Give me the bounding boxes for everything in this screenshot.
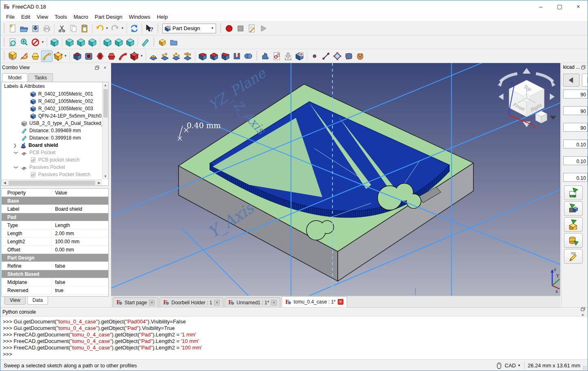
chamfer-button[interactable] xyxy=(208,50,220,62)
subtractive-primitive-button-dropdown[interactable]: ▼ xyxy=(140,54,143,58)
left-view-button[interactable] xyxy=(125,37,136,48)
undo-button-dropdown[interactable]: ▼ xyxy=(105,26,109,30)
open-button[interactable] xyxy=(18,23,30,34)
tree-item[interactable]: R_0402_1005Metric_002 xyxy=(2,98,108,105)
measure-distance-button[interactable] xyxy=(140,37,151,48)
datum-point-button[interactable] xyxy=(309,50,320,62)
boolean-button[interactable] xyxy=(243,50,254,62)
kicad-kfp-button[interactable] xyxy=(564,186,583,200)
menu-file[interactable]: File xyxy=(3,13,18,20)
bottom-view-button[interactable] xyxy=(113,37,125,48)
cut-button[interactable] xyxy=(56,23,68,34)
tree-vertical-scrollbar[interactable]: ▲▼ xyxy=(102,82,108,179)
menu-help[interactable]: Help xyxy=(153,13,171,20)
linear-pattern-button[interactable] xyxy=(159,50,170,62)
rear-view-button[interactable] xyxy=(102,37,113,48)
subtractive-primitive-button[interactable] xyxy=(129,50,140,62)
kicad-spinbox-1[interactable] xyxy=(563,89,588,98)
tree-expander-icon[interactable]: ❯ xyxy=(14,165,18,169)
property-value[interactable]: true xyxy=(52,286,108,294)
property-row[interactable]: Length2.00 mm xyxy=(2,229,108,238)
tab-data[interactable]: Data xyxy=(27,297,48,305)
create-body-button[interactable] xyxy=(260,50,271,62)
tree-item[interactable]: R_0402_1005Metric_001 xyxy=(2,90,108,98)
thickness-button[interactable] xyxy=(231,50,243,62)
property-value[interactable]: false xyxy=(52,262,108,270)
hole-button[interactable] xyxy=(83,50,94,62)
kicad-kic-button[interactable] xyxy=(564,201,583,216)
property-group[interactable]: Sketch Based xyxy=(2,270,108,278)
property-row[interactable]: Length2100.00 mm xyxy=(2,238,108,246)
draft-button[interactable] xyxy=(220,50,231,62)
datum-plane-button[interactable] xyxy=(332,50,343,62)
minimize-button[interactable]: – xyxy=(531,0,550,13)
property-value[interactable]: 100.00 mm xyxy=(52,238,108,245)
navcube-mini-cube[interactable] xyxy=(536,111,547,123)
tree-item[interactable]: USB_2_0_type_A_Dual_Stacked_jac xyxy=(2,120,108,127)
kicad-back-button[interactable] xyxy=(563,74,579,87)
whats-this-button[interactable]: ? xyxy=(144,23,155,34)
dock-float-icon[interactable] xyxy=(580,64,586,70)
menu-part-design[interactable]: Part Design xyxy=(92,13,126,20)
property-value[interactable]: false xyxy=(52,278,108,286)
macro-record-button[interactable] xyxy=(223,23,235,34)
tree-item[interactable]: PCB pocket sketch xyxy=(2,156,108,164)
shape-binder-button[interactable] xyxy=(343,50,354,62)
zoom-selection-button[interactable] xyxy=(18,37,30,48)
additive-primitive-button[interactable] xyxy=(52,50,64,62)
paste-button[interactable] xyxy=(79,23,90,34)
kicad-kbox-button[interactable] xyxy=(564,217,583,232)
tab-view[interactable]: View xyxy=(4,297,26,305)
pocket-button[interactable] xyxy=(72,50,83,62)
right-view-button[interactable] xyxy=(87,37,98,48)
multitransform-button[interactable] xyxy=(182,50,193,62)
revolution-button[interactable] xyxy=(18,50,30,62)
kicad-spinbox-5[interactable] xyxy=(563,156,588,165)
3d-scene[interactable]: YZ_Plane Z_Axis Y_Axis _Axis 0.40 mm xyxy=(111,63,560,296)
kicad-spinbox-3[interactable] xyxy=(563,123,588,132)
datum-line-button[interactable] xyxy=(320,50,332,62)
kicad-spinbox-6[interactable] xyxy=(563,173,588,182)
toolbar-grip[interactable] xyxy=(2,37,6,47)
create-part-button[interactable] xyxy=(157,37,168,48)
document-tab[interactable]: FStart page✕ xyxy=(113,297,158,307)
tree-expander-icon[interactable]: ❯ xyxy=(14,151,18,155)
macro-edit-button[interactable] xyxy=(246,23,258,34)
map-sketch-button[interactable] xyxy=(294,50,305,62)
axonometric-view-button[interactable] xyxy=(49,37,60,48)
additive-sweep-button[interactable] xyxy=(41,50,52,62)
tree-item[interactable]: ❯Board shield xyxy=(2,142,108,149)
property-row[interactable]: Offset0.00 mm xyxy=(2,246,108,254)
top-view-button[interactable] xyxy=(75,37,87,48)
property-row[interactable]: Midplanefalse xyxy=(2,278,108,286)
kicad-next-button[interactable] xyxy=(582,74,588,87)
property-row[interactable]: Reversedtrue xyxy=(2,286,108,295)
tree-expander-icon[interactable]: ❯ xyxy=(13,143,17,148)
copy-button[interactable] xyxy=(68,23,79,34)
document-tab[interactable]: Ftomu_0.4_case : 1*✕ xyxy=(282,296,347,307)
tree-item[interactable]: R_0402_1005Metric_003 xyxy=(2,105,108,112)
maximize-button[interactable]: ▢ xyxy=(550,0,569,13)
property-value[interactable]: Length xyxy=(52,221,108,229)
polar-pattern-button[interactable] xyxy=(170,50,182,62)
macro-play-button[interactable] xyxy=(258,23,269,34)
tree-item[interactable]: Passives Pocket Sketch xyxy=(2,171,108,178)
kicad-spinbox-2[interactable] xyxy=(563,106,588,115)
kicad-kpencil-button[interactable] xyxy=(564,249,583,264)
tab-close-icon[interactable]: ✕ xyxy=(214,300,220,306)
tree-item[interactable]: ❯PCB Pocket xyxy=(2,149,108,156)
navigation-style-dropdown[interactable]: CAD▼ xyxy=(505,362,520,369)
close-button[interactable]: × xyxy=(569,0,588,13)
groove-button[interactable] xyxy=(94,50,106,62)
menu-view[interactable]: View xyxy=(33,13,51,20)
mirrored-pattern-button[interactable] xyxy=(148,50,159,62)
tab-close-icon[interactable]: ✕ xyxy=(271,300,277,306)
clone-button[interactable] xyxy=(354,50,366,62)
tab-close-icon[interactable]: ✕ xyxy=(149,300,155,306)
tree-item[interactable]: Distance: 0.399918 mm xyxy=(2,134,108,142)
toolbar-grip[interactable] xyxy=(156,24,160,33)
tab-close-icon[interactable]: ✕ xyxy=(338,299,343,305)
additive-loft-button[interactable] xyxy=(30,50,41,62)
tree-item[interactable]: QFN-24-1EP_5x5mm_Pitch0.65 xyxy=(2,112,108,120)
front-view-button[interactable] xyxy=(64,37,75,48)
